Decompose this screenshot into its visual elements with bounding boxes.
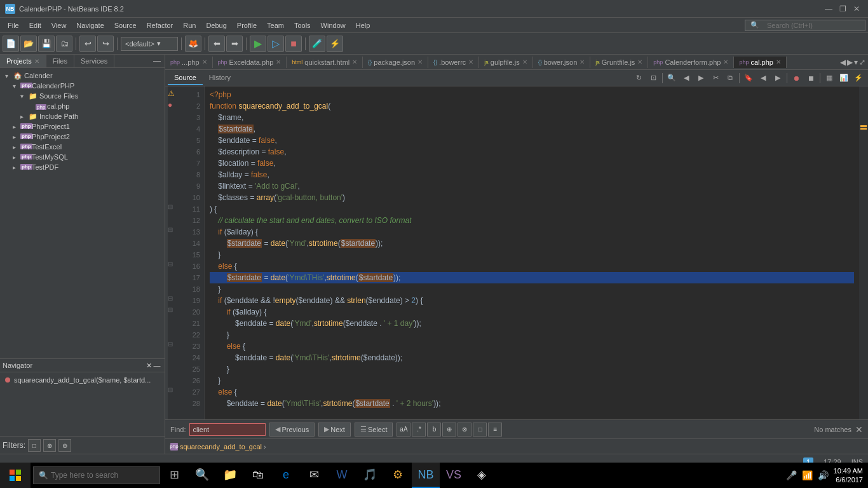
menu-window[interactable]: Window [316, 20, 351, 30]
select-button[interactable]: ☰ Select [355, 423, 393, 437]
close-btn[interactable]: ✕ [850, 4, 863, 14]
forward-btn[interactable]: ➡ [226, 36, 243, 52]
dotphp-close-icon[interactable]: ✕ [202, 58, 207, 65]
tab-services[interactable]: Services [74, 55, 114, 67]
calphp-close-icon[interactable]: ✕ [776, 58, 781, 65]
src-bookmark-next-btn[interactable]: ▶ [771, 71, 785, 85]
next-button[interactable]: ▶ Next [318, 423, 351, 437]
projects-close-icon[interactable]: ✕ [34, 58, 39, 65]
stop-btn[interactable]: ■ [285, 36, 302, 52]
tabs-scroll-right[interactable]: ▶ [847, 58, 853, 67]
exceldata-close-icon[interactable]: ✕ [276, 58, 281, 65]
taskbar-app-word[interactable]: W [328, 463, 356, 488]
gulpfile-close-icon[interactable]: ✕ [522, 58, 527, 65]
taskbar-app-fileexplorer[interactable]: 📁 [216, 463, 244, 488]
back-btn[interactable]: ⬅ [208, 36, 225, 52]
taskbar-app-vs[interactable]: VS [440, 463, 468, 488]
tab-bower-json[interactable]: {} bower.json ✕ [533, 57, 591, 68]
gutter-row-13[interactable]: ⊟ [168, 226, 179, 238]
taskbar-search-bar[interactable]: 🔍 [33, 466, 160, 484]
taskbar-app-mail[interactable]: ✉ [300, 463, 328, 488]
taskbar-app-netbeans[interactable]: NB [412, 463, 440, 488]
gutter-row-23[interactable]: ⊟ [168, 341, 179, 352]
test-btn[interactable]: 🧪 [309, 36, 325, 52]
gutter-row-16[interactable]: ⊟ [168, 261, 179, 272]
menu-navigate[interactable]: Navigate [71, 20, 109, 30]
minimize-btn[interactable]: — [822, 4, 835, 14]
gutter-row-27[interactable]: ⊟ [168, 386, 179, 398]
tab-calphp-active[interactable]: php cal.php ✕ [734, 57, 787, 68]
src-search-btn[interactable]: 🔍 [665, 71, 679, 85]
start-button[interactable] [0, 463, 31, 488]
profile-dropdown[interactable]: <default> [121, 37, 178, 51]
tree-item-calphp[interactable]: php cal.php [0, 101, 165, 111]
tab-dotphp[interactable]: php ...php ✕ [165, 57, 213, 68]
tree-item-testexcel[interactable]: ▸ php TestExcel [0, 142, 165, 152]
code-content[interactable]: <?php function squarecandy_add_to_gcal( … [205, 86, 859, 419]
save-btn[interactable]: 💾 [38, 36, 55, 52]
quickstart-close-icon[interactable]: ✕ [352, 58, 357, 65]
bower-json-close-icon[interactable]: ✕ [580, 58, 585, 65]
menu-help[interactable]: Help [351, 20, 376, 30]
tree-item-testmysql[interactable]: ▸ php TestMySQL [0, 152, 165, 162]
menu-tools[interactable]: Tools [289, 20, 316, 30]
word-btn[interactable]: b [427, 423, 441, 437]
browser-btn[interactable]: 🦊 [185, 36, 201, 52]
menu-run[interactable]: Run [178, 20, 201, 30]
prev-button[interactable]: ◀ Previous [269, 423, 315, 437]
menu-file[interactable]: File [3, 20, 24, 30]
tab-calenderform[interactable]: php Calenderform.php ✕ [648, 57, 734, 68]
tree-item-calender[interactable]: ▾ 🏠 Calender [0, 71, 165, 81]
taskbar-app-cortana[interactable]: 🔍 [188, 463, 216, 488]
menu-view[interactable]: View [46, 20, 72, 30]
tab-bowerrc[interactable]: {} .bowerrc ✕ [428, 57, 479, 68]
navigator-minimize-icon[interactable]: — [152, 360, 162, 370]
tab-quickstart[interactable]: html quickstart.html ✕ [287, 57, 363, 68]
taskbar-app-3d[interactable]: ◈ [468, 463, 496, 488]
src-format-btn[interactable]: ⊡ [646, 71, 660, 85]
src-next-btn[interactable]: ▶ [694, 71, 708, 85]
gutter-row-11[interactable]: ⊟ [168, 203, 179, 215]
filter-square-btn[interactable]: □ [28, 439, 41, 452]
src-bookmark-btn[interactable]: 🔖 [742, 71, 756, 85]
breadcrumb-function[interactable]: php squarecandy_add_to_gcal › [170, 443, 266, 451]
redo-btn[interactable]: ↪ [97, 36, 114, 52]
profile-run-btn[interactable]: ⚡ [327, 36, 343, 52]
maximize-btn[interactable]: ❐ [836, 4, 849, 14]
right-overview-scrollbar[interactable] [859, 86, 868, 419]
tree-item-calenderphp[interactable]: ▾ php CalenderPHP [0, 81, 165, 91]
menu-profile[interactable]: Profile [232, 20, 262, 30]
taskbar-app-music[interactable]: 🎵 [356, 463, 384, 488]
src-bookmark-prev-btn[interactable]: ◀ [756, 71, 770, 85]
tab-package-json[interactable]: {} package.json ✕ [363, 57, 428, 68]
src-record-btn[interactable]: ⏺ [789, 71, 803, 85]
menu-team[interactable]: Team [262, 20, 289, 30]
tree-item-includepath[interactable]: ▸ 📁 Include Path [0, 111, 165, 121]
tree-item-phpproject1[interactable]: ▸ php PhpProject1 [0, 121, 165, 132]
open-btn[interactable]: 📂 [20, 36, 37, 52]
src-stop-btn[interactable]: ⏹ [804, 71, 818, 85]
tabs-maximize-btn[interactable]: ⤢ [859, 58, 865, 67]
tree-item-sourcefiles[interactable]: ▾ 📁 Source Files [0, 91, 165, 101]
tree-item-phpproject2[interactable]: ▸ php PhpProject2 [0, 132, 165, 142]
calenderform-close-icon[interactable]: ✕ [723, 58, 728, 65]
src-tab-source[interactable]: Source [168, 71, 203, 85]
filter-remove-btn[interactable]: ⊖ [58, 439, 71, 452]
src-copy-btn[interactable]: ⧉ [723, 71, 737, 85]
scope-btn[interactable]: □ [473, 423, 487, 437]
src-diff-btn[interactable]: ⚡ [851, 71, 865, 85]
src-tab-history[interactable]: History [203, 71, 237, 85]
menu-source[interactable]: Source [109, 20, 142, 30]
src-cut-btn[interactable]: ✂ [709, 71, 722, 85]
new-btn[interactable]: 📄 [3, 36, 19, 52]
case-btn[interactable]: aA [397, 423, 410, 437]
tabs-dropdown-btn[interactable]: ▾ [854, 58, 858, 67]
tabs-scroll-left[interactable]: ◀ [840, 58, 846, 67]
menu-edit[interactable]: Edit [24, 20, 46, 30]
src-bar-btn[interactable]: ▦ [822, 71, 836, 85]
taskbar-app-edge[interactable]: e [272, 463, 300, 488]
wrap-btn[interactable]: ⊕ [442, 423, 456, 437]
taskbar-app-store[interactable]: 🛍 [244, 463, 272, 488]
navigator-close-icon[interactable]: ✕ [146, 362, 152, 370]
opts-btn[interactable]: ≡ [488, 423, 502, 437]
